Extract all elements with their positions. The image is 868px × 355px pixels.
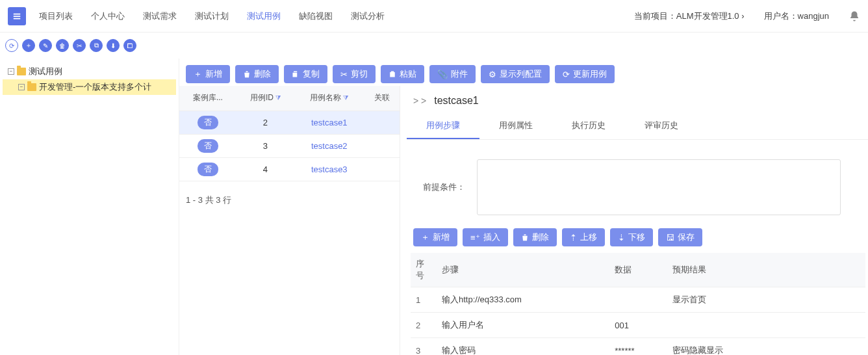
col-step-no: 序号 — [411, 253, 437, 287]
table-row[interactable]: 3输入密码******密码隐藏显示 — [411, 338, 865, 356]
table-row[interactable]: 否3testcase2 — [179, 134, 400, 157]
import-icon[interactable]: ⬇ — [107, 39, 120, 52]
folder-icon — [27, 83, 36, 91]
tab-0[interactable]: 用例步骤 — [407, 113, 479, 139]
username-label: 用户名：wangjun — [764, 10, 829, 22]
step-delete-button[interactable]: 删除 — [513, 228, 557, 246]
table-row[interactable]: 否2testcase1 — [179, 111, 400, 134]
content-split: 案例库... 用例ID⧩ 用例名称⧩ 关联 否2testcase1否3testc… — [179, 86, 868, 355]
nav-item-2[interactable]: 测试需求 — [143, 10, 177, 22]
attachment-button[interactable]: 📎附件 — [429, 65, 476, 83]
chevron-right-icon: › — [741, 11, 744, 21]
nav-item-6[interactable]: 测试分析 — [351, 10, 385, 22]
nav-items: 项目列表个人中心测试需求测试计划测试用例缺陷视图测试分析 — [39, 10, 385, 22]
export-icon[interactable]: ⧠ — [123, 39, 136, 52]
case-name-link[interactable]: testcase3 — [311, 164, 348, 174]
sidebar-tree: − 测试用例 − 开发管理-一个版本支持多个计 — [0, 59, 179, 355]
table-row[interactable]: 否4testcase3 — [179, 157, 400, 181]
refresh-cases-button[interactable]: ⟳更新用例 — [555, 65, 615, 83]
col-step-data: 数据 — [609, 253, 667, 287]
detail-pane: > > testcase1 用例步骤用例属性执行历史评审历史 前提条件： ＋新增… — [400, 86, 868, 355]
step-text[interactable]: 输入用户名 — [437, 313, 609, 338]
menu-toggle-button[interactable] — [8, 7, 26, 25]
case-id: 3 — [236, 134, 294, 157]
nav-item-0[interactable]: 项目列表 — [39, 10, 73, 22]
cut-icon[interactable]: ✂ — [73, 39, 86, 52]
nav-item-4[interactable]: 测试用例 — [247, 10, 281, 22]
step-no: 3 — [411, 338, 437, 356]
breadcrumb-arrows: > > — [413, 96, 426, 106]
nav-item-3[interactable]: 测试计划 — [195, 10, 229, 22]
precondition-row: 前提条件： — [407, 140, 868, 228]
step-down-button[interactable]: ⇣下移 — [610, 228, 653, 246]
col-caseid[interactable]: 用例ID⧩ — [236, 86, 294, 111]
case-name-link[interactable]: testcase1 — [311, 118, 348, 127]
testcase-title: testcase1 — [434, 95, 478, 107]
pager-text: 1 - 3 共 3 行 — [179, 181, 400, 219]
col-caselib[interactable]: 案例库... — [179, 86, 236, 111]
nav-item-1[interactable]: 个人中心 — [91, 10, 125, 22]
case-name-link[interactable]: testcase2 — [311, 141, 348, 151]
workspace: − 测试用例 − 开发管理-一个版本支持多个计 ＋新增 删除 复制 ✂剪切 粘贴… — [0, 59, 868, 355]
bell-icon[interactable] — [849, 10, 860, 22]
current-project[interactable]: 当前项目：ALM开发管理1.0 › — [634, 10, 745, 22]
filter-icon[interactable]: ⧩ — [343, 94, 348, 101]
cases-pane: 案例库... 用例ID⧩ 用例名称⧩ 关联 否2testcase1否3testc… — [179, 86, 400, 355]
step-insert-button[interactable]: ≡⁺插入 — [463, 228, 508, 246]
tree-root-label: 测试用例 — [29, 66, 62, 77]
show-columns-button[interactable]: ⚙显示列配置 — [481, 65, 550, 83]
tree-child-label: 开发管理-一个版本支持多个计 — [39, 81, 151, 93]
copy-icon[interactable]: ⧉ — [90, 39, 103, 52]
folder-icon — [17, 68, 26, 75]
col-casename[interactable]: 用例名称⧩ — [294, 86, 364, 111]
mini-toolbar: ⟳ ＋ ✎ 🗑 ✂ ⧉ ⬇ ⧠ — [0, 33, 868, 59]
step-expect[interactable]: 显示首页 — [667, 287, 865, 313]
step-data[interactable]: ****** — [609, 338, 667, 356]
step-data[interactable] — [609, 287, 667, 313]
collapse-icon[interactable]: − — [18, 84, 25, 90]
step-up-button[interactable]: ⇡上移 — [562, 228, 605, 246]
steps-table: 序号 步骤 数据 预期结果 1输入http://eq333.com显示首页2输入… — [411, 253, 865, 355]
top-nav: 项目列表个人中心测试需求测试计划测试用例缺陷视图测试分析 当前项目：ALM开发管… — [0, 0, 868, 33]
breadcrumb: > > testcase1 — [407, 86, 868, 113]
case-id: 2 — [236, 111, 294, 134]
tree-child[interactable]: − 开发管理-一个版本支持多个计 — [3, 79, 176, 95]
table-row[interactable]: 1输入http://eq333.com显示首页 — [411, 287, 865, 313]
step-save-button[interactable]: 🖫保存 — [658, 228, 702, 246]
tree-root[interactable]: − 测试用例 — [3, 64, 176, 79]
step-text[interactable]: 输入http://eq333.com — [437, 287, 609, 313]
cut-button[interactable]: ✂剪切 — [333, 65, 376, 83]
delete-icon[interactable]: 🗑 — [56, 39, 69, 52]
action-toolbar: ＋新增 删除 复制 ✂剪切 粘贴 📎附件 ⚙显示列配置 ⟳更新用例 — [179, 59, 868, 86]
lib-pill: 否 — [198, 116, 218, 129]
step-no: 2 — [411, 313, 437, 338]
precondition-label: 前提条件： — [413, 181, 465, 193]
step-add-button[interactable]: ＋新增 — [413, 228, 457, 246]
copy-button[interactable]: 复制 — [284, 65, 327, 83]
step-data[interactable]: 001 — [609, 313, 667, 338]
lib-pill: 否 — [198, 163, 218, 176]
main-area: ＋新增 删除 复制 ✂剪切 粘贴 📎附件 ⚙显示列配置 ⟳更新用例 案例库...… — [179, 59, 868, 355]
edit-icon[interactable]: ✎ — [39, 39, 52, 52]
step-expect[interactable]: 密码隐藏显示 — [667, 338, 865, 356]
delete-button[interactable]: 删除 — [235, 65, 279, 83]
refresh-icon[interactable]: ⟳ — [5, 39, 18, 52]
paste-button[interactable]: 粘贴 — [381, 65, 424, 83]
lib-pill: 否 — [198, 139, 218, 153]
step-expect[interactable] — [667, 313, 865, 338]
col-relation[interactable]: 关联 — [364, 86, 400, 111]
tab-1[interactable]: 用例属性 — [479, 113, 552, 139]
tab-3[interactable]: 评审历史 — [625, 113, 698, 139]
nav-item-5[interactable]: 缺陷视图 — [299, 10, 333, 22]
add-button[interactable]: ＋新增 — [186, 65, 230, 83]
col-step-step: 步骤 — [437, 253, 609, 287]
step-text[interactable]: 输入密码 — [437, 338, 609, 356]
step-toolbar: ＋新增 ≡⁺插入 删除 ⇡上移 ⇣下移 🖫保存 — [407, 228, 868, 253]
filter-icon[interactable]: ⧩ — [275, 94, 281, 101]
table-row[interactable]: 2输入用户名001 — [411, 313, 865, 338]
precondition-input[interactable] — [477, 159, 841, 215]
add-icon[interactable]: ＋ — [22, 39, 35, 52]
tab-2[interactable]: 执行历史 — [552, 113, 625, 139]
collapse-icon[interactable]: − — [8, 68, 14, 75]
nav-right: 当前项目：ALM开发管理1.0 › 用户名：wangjun — [634, 10, 860, 22]
